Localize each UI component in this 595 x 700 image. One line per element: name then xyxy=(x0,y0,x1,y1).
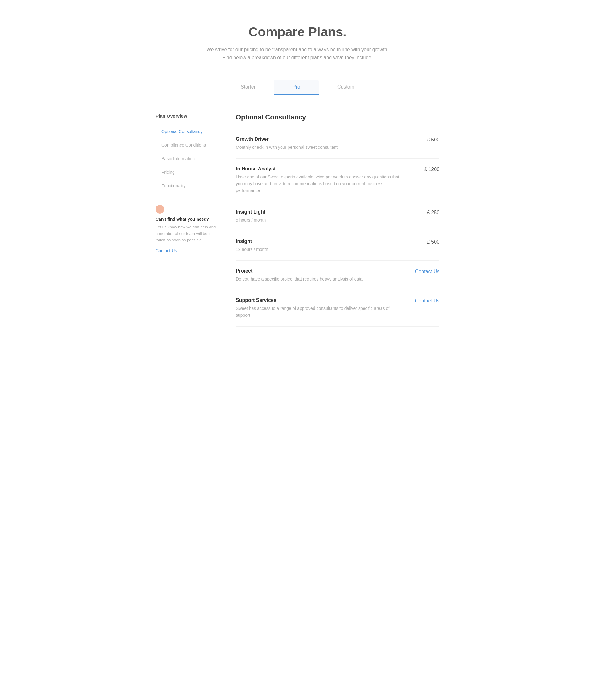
plan-item-contact[interactable]: Contact Us xyxy=(408,268,440,274)
plan-item-desc: Sweet has access to a range of approved … xyxy=(236,305,402,319)
plan-item-insight: Insight 12 hours / month £ 500 xyxy=(236,231,440,260)
page-subtitle: We strive for our pricing to be transpar… xyxy=(205,46,390,61)
tab-custom[interactable]: Custom xyxy=(319,80,373,95)
sidebar-item-optional-consultancy[interactable]: Optional Consultancy xyxy=(155,125,217,138)
plan-item-price: £ 500 xyxy=(415,136,440,143)
header-section: Compare Plans. We strive for our pricing… xyxy=(155,25,440,61)
plan-item-growth-driver: Growth Driver Monthly check in with your… xyxy=(236,129,440,158)
plan-item-project: Project Do you have a specific project t… xyxy=(236,260,440,290)
info-text: Let us know how we can help and a member… xyxy=(155,224,217,243)
tab-starter[interactable]: Starter xyxy=(222,80,274,95)
plan-item-name: Insight Light xyxy=(236,209,408,215)
plan-item-name: Support Services xyxy=(236,298,402,303)
plan-item-left: Insight 12 hours / month xyxy=(236,239,408,253)
plan-item-left: Growth Driver Monthly check in with your… xyxy=(236,136,408,150)
sidebar-item-basic-information[interactable]: Basic Information xyxy=(155,152,217,165)
plan-item-insight-light: Insight Light 5 hours / month £ 250 xyxy=(236,201,440,231)
sidebar-heading: Plan Overview xyxy=(155,113,217,118)
plan-item-in-house-analyst: In House Analyst Have one of our Sweet e… xyxy=(236,158,440,201)
plan-item-desc: 12 hours / month xyxy=(236,246,402,253)
tab-pro[interactable]: Pro xyxy=(274,80,319,95)
plan-item-desc: Have one of our Sweet experts available … xyxy=(236,173,402,194)
info-title: Can't find what you need? xyxy=(155,217,217,222)
sidebar-item-compliance-conditions[interactable]: Compliance Conditions xyxy=(155,138,217,152)
plan-item-desc: Monthly check in with your personal swee… xyxy=(236,144,402,150)
plan-item-name: Growth Driver xyxy=(236,136,408,142)
plan-item-left: In House Analyst Have one of our Sweet e… xyxy=(236,166,408,194)
plan-item-price: £ 250 xyxy=(415,209,440,216)
section-heading: Optional Consultancy xyxy=(236,113,440,121)
sidebar-item-functionality[interactable]: Functionality xyxy=(155,179,217,193)
tabs-section: Starter Pro Custom xyxy=(155,80,440,95)
sidebar-item-pricing[interactable]: Pricing xyxy=(155,165,217,179)
plan-item-name: Insight xyxy=(236,239,408,244)
plan-item-support-services: Support Services Sweet has access to a r… xyxy=(236,290,440,327)
page-title: Compare Plans. xyxy=(155,25,440,39)
content-area: Optional Consultancy Growth Driver Month… xyxy=(236,113,440,327)
sidebar-contact-link[interactable]: Contact Us xyxy=(155,248,177,253)
plan-item-desc: Do you have a specific project that requ… xyxy=(236,276,402,282)
sidebar-nav: Optional Consultancy Compliance Conditio… xyxy=(155,125,217,193)
plan-item-contact[interactable]: Contact Us xyxy=(408,298,440,304)
plan-item-left: Project Do you have a specific project t… xyxy=(236,268,402,282)
plan-item-left: Support Services Sweet has access to a r… xyxy=(236,298,402,319)
main-content: Plan Overview Optional Consultancy Compl… xyxy=(155,113,440,327)
sidebar: Plan Overview Optional Consultancy Compl… xyxy=(155,113,217,253)
plan-item-price: £ 500 xyxy=(415,239,440,245)
sidebar-info-box: i Can't find what you need? Let us know … xyxy=(155,205,217,253)
info-icon: i xyxy=(155,205,164,214)
plan-item-price: £ 1200 xyxy=(415,166,440,172)
plan-item-desc: 5 hours / month xyxy=(236,217,402,223)
plan-item-name: In House Analyst xyxy=(236,166,408,172)
plan-item-name: Project xyxy=(236,268,402,274)
plan-item-left: Insight Light 5 hours / month xyxy=(236,209,408,223)
